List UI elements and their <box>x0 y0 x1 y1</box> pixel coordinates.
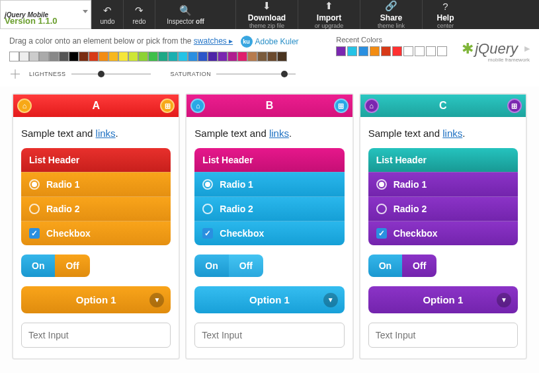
help-button[interactable]: ?Helpcenter <box>422 0 468 29</box>
radio-icon <box>29 179 40 190</box>
checkbox-icon: ✓ <box>29 228 40 239</box>
swatch[interactable] <box>247 52 257 61</box>
home-icon[interactable]: ⌂ <box>17 98 32 113</box>
swatch[interactable] <box>79 52 89 61</box>
radio-row-2[interactable]: Radio 2 <box>194 196 344 221</box>
swatch[interactable] <box>237 52 247 61</box>
inspector-button[interactable]: 🔍Inspector off <box>155 0 216 29</box>
download-button[interactable]: ⬇Downloadtheme zip file <box>235 0 298 29</box>
swatch[interactable] <box>89 52 99 61</box>
select-option[interactable]: Option 1▼ <box>194 286 344 313</box>
swatch[interactable] <box>257 52 267 61</box>
recent-swatch[interactable] <box>347 46 357 56</box>
toggle[interactable]: OnOff <box>368 255 437 277</box>
grid-icon[interactable]: ⊞ <box>334 98 349 113</box>
recent-swatch[interactable] <box>392 46 402 56</box>
home-icon[interactable]: ⌂ <box>190 98 205 113</box>
select-option[interactable]: Option 1▼ <box>368 286 518 313</box>
checkbox-row[interactable]: ✓Checkbox <box>368 221 518 245</box>
version-selector[interactable]: jQuery Mobile Version 1.1.0 <box>0 0 91 29</box>
grid-icon[interactable]: ⊞ <box>507 98 522 113</box>
recent-swatch[interactable] <box>336 46 346 56</box>
radio-icon <box>202 179 213 190</box>
toggle[interactable]: OnOff <box>194 255 263 277</box>
text-input[interactable] <box>21 323 171 348</box>
list-header: List Header <box>368 148 518 172</box>
redo-button[interactable]: ↷redo <box>123 0 155 29</box>
swatch[interactable] <box>228 52 237 61</box>
toggle[interactable]: OnOff <box>21 255 90 277</box>
checkbox-row[interactable]: ✓Checkbox <box>194 221 344 245</box>
home-icon[interactable]: ⌂ <box>364 98 379 113</box>
swatch[interactable] <box>267 52 277 61</box>
radio-row-2[interactable]: Radio 2 <box>21 196 171 221</box>
swatch[interactable] <box>19 52 29 61</box>
undo-button[interactable]: ↶undo <box>91 0 123 29</box>
radio-row-2[interactable]: Radio 2 <box>368 196 518 221</box>
text-input[interactable] <box>368 323 518 348</box>
import-sub: or upgrade <box>315 22 344 29</box>
recent-swatch[interactable] <box>415 46 425 56</box>
sample-link[interactable]: links <box>442 128 462 139</box>
theme-header: ⌂B⊞ <box>187 95 352 117</box>
swatch[interactable] <box>178 52 188 61</box>
swatch[interactable] <box>208 52 218 61</box>
swatch[interactable] <box>59 52 69 61</box>
swatch[interactable] <box>128 52 138 61</box>
swatch[interactable] <box>108 52 118 61</box>
swatch[interactable] <box>148 52 158 61</box>
help-icon: ? <box>442 1 448 12</box>
lightness-slider[interactable] <box>71 73 151 75</box>
swatch[interactable] <box>118 52 128 61</box>
kuler-label: Adobe Kuler <box>255 37 299 46</box>
recent-swatch[interactable] <box>403 46 413 56</box>
sample-link[interactable]: links <box>96 128 116 139</box>
swatch[interactable] <box>99 52 108 61</box>
swatch[interactable] <box>168 52 178 61</box>
toggle-on[interactable]: On <box>194 255 228 277</box>
recent-swatch[interactable] <box>358 46 368 56</box>
chevron-down-icon: ▼ <box>497 293 511 307</box>
swatch[interactable] <box>218 52 228 61</box>
saturation-slider[interactable] <box>216 73 296 75</box>
toggle-on[interactable]: On <box>368 255 402 277</box>
swatch[interactable] <box>198 52 208 61</box>
toggle-off[interactable]: Off <box>402 255 436 277</box>
swatch[interactable] <box>49 52 59 61</box>
radio-row-1[interactable]: Radio 1 <box>368 172 518 196</box>
swatch[interactable] <box>29 52 39 61</box>
slider-knob[interactable] <box>281 71 288 77</box>
text-input[interactable] <box>194 323 344 348</box>
share-button[interactable]: 🔗Sharetheme link <box>360 0 422 29</box>
swatch[interactable] <box>69 52 79 61</box>
grid-icon[interactable]: ⊞ <box>160 98 175 113</box>
recent-swatch[interactable] <box>426 46 436 56</box>
kuler-link[interactable]: kuAdobe Kuler <box>241 36 299 48</box>
import-button[interactable]: ⬆Importor upgrade <box>298 0 360 29</box>
swatches-link[interactable]: swatches ▸ <box>194 36 233 46</box>
crosshair-icon <box>9 68 21 80</box>
radio-row-1[interactable]: Radio 1 <box>21 172 171 196</box>
checkbox-row[interactable]: ✓Checkbox <box>21 221 171 245</box>
slider-knob[interactable] <box>98 71 104 77</box>
radio-row-1[interactable]: Radio 1 <box>194 172 344 196</box>
sample-link[interactable]: links <box>269 128 289 139</box>
theme-column-a: ⌂A⊞Sample text and links.List HeaderRadi… <box>12 93 180 360</box>
undo-label: undo <box>100 18 114 25</box>
swatch[interactable] <box>277 52 287 61</box>
swatch[interactable] <box>158 52 168 61</box>
toggle-on[interactable]: On <box>21 255 55 277</box>
download-label: Download <box>248 13 286 22</box>
toggle-off[interactable]: Off <box>55 255 89 277</box>
select-option[interactable]: Option 1▼ <box>21 286 171 313</box>
swatch[interactable] <box>9 52 19 61</box>
recent-swatch[interactable] <box>370 46 380 56</box>
swatch[interactable] <box>188 52 198 61</box>
swatch[interactable] <box>39 52 49 61</box>
swatch[interactable] <box>138 52 148 61</box>
radio-icon <box>202 204 213 214</box>
recent-swatch[interactable] <box>437 46 447 56</box>
recent-swatch[interactable] <box>381 46 391 56</box>
toggle-off[interactable]: Off <box>229 255 263 277</box>
download-icon: ⬇ <box>263 0 271 12</box>
